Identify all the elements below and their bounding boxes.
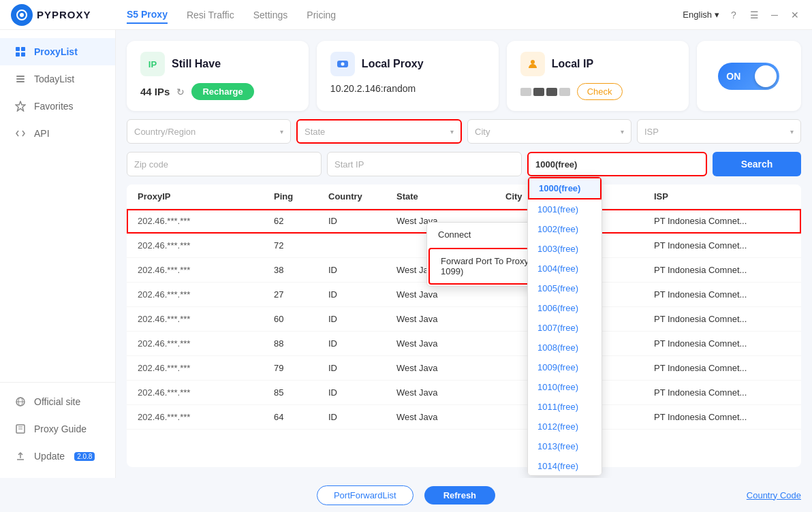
power-toggle[interactable]: ON — [718, 63, 779, 90]
td-country: ID — [328, 265, 396, 275]
td-country: ID — [328, 338, 396, 349]
proxy-table: ProxyIP Ping Country State City ZIP ISP … — [127, 185, 801, 467]
port-item-8[interactable]: 1008(free) — [528, 338, 602, 357]
table-row[interactable]: 202.46.***.*** 88 ID West Java PT Indone… — [127, 332, 801, 356]
svg-rect-5 — [21, 52, 25, 57]
td-isp: PT Indonesia Comnet... — [654, 387, 790, 398]
zipcode-input[interactable]: Zip code — [127, 152, 322, 176]
th-country: Country — [328, 191, 396, 202]
city-filter[interactable]: City ▾ — [467, 119, 631, 144]
ip-image-blocks — [520, 88, 570, 96]
sidebar-item-todaylist[interactable]: TodayList — [0, 65, 115, 93]
sidebar-item-favorites[interactable]: Favorites — [0, 93, 115, 120]
sidebar-item-update[interactable]: Update 2.0.8 — [0, 443, 115, 470]
port-forward-list-button[interactable]: PortForwardList — [317, 485, 413, 505]
port-item-1[interactable]: 1001(free) — [528, 199, 602, 219]
recharge-button[interactable]: Recharge — [191, 83, 253, 100]
td-proxy: 202.46.***.*** — [138, 240, 274, 251]
port-item-11[interactable]: 1011(free) — [528, 397, 602, 417]
table-row[interactable]: 202.46.***.*** 79 ID West Java PT Indone… — [127, 356, 801, 381]
port-item-10[interactable]: 1010(free) — [528, 377, 602, 397]
svg-rect-3 — [21, 47, 25, 51]
local-ip-card: Local IP Check — [507, 41, 689, 111]
language-selector[interactable]: English ▾ — [683, 10, 719, 20]
td-proxy: 202.46.***.*** — [138, 289, 274, 300]
sidebar-label-api: API — [34, 128, 50, 139]
sidebar-item-proxyguide[interactable]: Proxy Guide — [0, 415, 115, 443]
td-state: West Java — [396, 314, 505, 324]
titlebar: PYPROXY S5 Proxy Resi Traffic Settings P… — [0, 0, 812, 30]
close-button[interactable]: ✕ — [789, 9, 801, 21]
port-item-7[interactable]: 1007(free) — [528, 318, 602, 338]
code-icon — [14, 127, 27, 140]
td-isp: PT Indonesia Comnet... — [654, 412, 790, 422]
svg-marker-9 — [16, 101, 25, 111]
port-selected-value: 1000(free) — [535, 159, 577, 170]
globe-icon — [14, 395, 27, 409]
help-button[interactable]: ? — [728, 9, 740, 21]
isp-filter[interactable]: ISP ▾ — [637, 119, 801, 144]
still-have-title: Still Have — [172, 58, 221, 70]
check-button[interactable]: Check — [577, 83, 623, 100]
port-item-2[interactable]: 1002(free) — [528, 219, 602, 239]
menu-button[interactable]: ☰ — [748, 9, 760, 21]
port-input[interactable]: 1000(free) — [527, 152, 707, 176]
td-proxy: 202.46.***.*** — [138, 338, 274, 349]
port-item-5[interactable]: 1005(free) — [528, 278, 602, 298]
port-item-6[interactable]: 1006(free) — [528, 298, 602, 318]
sidebar-label-todaylist: TodayList — [34, 74, 74, 84]
port-item-13[interactable]: 1013(free) — [528, 436, 602, 456]
svg-rect-4 — [16, 52, 20, 57]
user-icon — [520, 52, 545, 76]
port-item-14[interactable]: 1014(free) — [528, 456, 602, 476]
svg-rect-6 — [16, 76, 25, 77]
port-item-12[interactable]: 1012(free) — [528, 417, 602, 436]
td-country: ID — [328, 387, 396, 398]
td-country: ID — [328, 289, 396, 300]
search-button[interactable]: Search — [713, 152, 801, 176]
sidebar-label-proxyguide: Proxy Guide — [34, 423, 87, 434]
ip-block-3 — [546, 88, 557, 96]
card-header-localproxy: Local Proxy — [330, 52, 485, 76]
country-code-link[interactable]: Country Code — [747, 490, 801, 500]
ip-refresh-icon[interactable]: ↻ — [176, 86, 185, 97]
table-row[interactable]: 202.46.***.*** 64 ID West Java PT Indone… — [127, 405, 801, 430]
cards-row: IP Still Have 44 IPs ↻ Recharge Local Pr… — [127, 41, 801, 111]
port-selector-area: 1000(free) 1000(free) 1001(free) 1002(fr… — [527, 152, 707, 176]
port-item-0[interactable]: 1000(free) — [528, 177, 602, 199]
td-isp: PT Indonesia Comnet... — [654, 338, 790, 349]
svg-rect-2 — [16, 47, 20, 51]
td-proxy: 202.46.***.*** — [138, 363, 274, 373]
minimize-button[interactable]: ─ — [768, 9, 781, 21]
sidebar-item-api[interactable]: API — [0, 120, 115, 147]
sidebar-item-proxylist[interactable]: ProxyList — [0, 38, 115, 65]
port-item-9[interactable]: 1009(free) — [528, 357, 602, 377]
zipcode-placeholder: Zip code — [134, 159, 168, 170]
local-proxy-card: Local Proxy 10.20.2.146:random — [317, 41, 499, 111]
state-filter[interactable]: State ▾ — [296, 119, 462, 144]
td-state: West Java — [396, 387, 505, 398]
port-item-3[interactable]: 1003(free) — [528, 239, 602, 259]
sidebar-label-favorites: Favorites — [34, 101, 74, 112]
nav-tab-settings[interactable]: Settings — [253, 7, 288, 23]
td-ping: 85 — [274, 387, 328, 398]
toggle-knob — [755, 65, 777, 87]
city-chevron-icon: ▾ — [621, 128, 624, 135]
ip-icon: IP — [140, 52, 165, 76]
table-row[interactable]: 202.46.***.*** 85 ID West Java PT Indone… — [127, 381, 801, 405]
td-proxy: 202.46.***.*** — [138, 314, 274, 324]
upload-icon — [14, 449, 27, 463]
nav-tab-pricing[interactable]: Pricing — [307, 7, 336, 23]
nav-tab-s5proxy[interactable]: S5 Proxy — [127, 6, 168, 24]
td-state: West Java — [396, 412, 505, 422]
country-filter[interactable]: Country/Region ▾ — [127, 119, 291, 144]
startip-input[interactable]: Start IP — [327, 152, 522, 176]
table-row[interactable]: 202.46.***.*** 60 ID West Java PT Indone… — [127, 307, 801, 332]
port-item-4[interactable]: 1004(free) — [528, 259, 602, 278]
ip-count: 44 IPs — [140, 86, 170, 97]
sidebar-item-officialsite[interactable]: Official site — [0, 388, 115, 415]
refresh-button[interactable]: Refresh — [424, 486, 495, 505]
port-dropdown: 1000(free) 1001(free) 1002(free) 1003(fr… — [527, 176, 602, 476]
nav-tab-resitraffic[interactable]: Resi Traffic — [187, 7, 234, 23]
state-placeholder: State — [304, 127, 325, 137]
